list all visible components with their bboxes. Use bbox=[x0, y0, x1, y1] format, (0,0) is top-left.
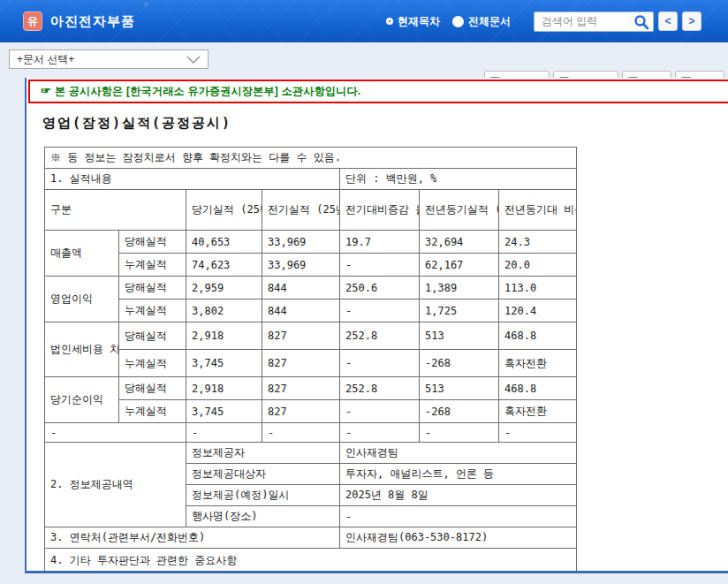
cell: 252.8 bbox=[340, 322, 420, 350]
table-row: 당기순이익 당해실적 2,918 827 252.8 513 468.8 bbox=[45, 377, 577, 400]
cell: 2,959 bbox=[186, 277, 262, 300]
contact-value: 인사재경팀(063-530-8172) bbox=[340, 527, 577, 549]
search-box bbox=[534, 11, 654, 32]
header-previous-quarter: 전기실적 (25년1분기) bbox=[262, 190, 340, 231]
row-sub-label: 누계실적 bbox=[119, 400, 186, 423]
header-yoy-quarter: 전년동기실적 (24년2분기) bbox=[420, 190, 499, 231]
contact-label: 3. 연락처(관련부서/전화번호) bbox=[45, 527, 340, 549]
cell: 33,969 bbox=[262, 254, 340, 277]
document-select-dropdown[interactable]: +문서 선택+ bbox=[9, 49, 209, 69]
document-viewer: ☞ 본 공시사항은 [한국거래소 유가증권시장본부] 소관사항입니다. 영업(잠… bbox=[25, 78, 728, 573]
unit-label-cell: 단위 : 백만원, % bbox=[340, 169, 577, 190]
cell: - bbox=[420, 423, 499, 443]
cell: 40,653 bbox=[186, 231, 262, 254]
row-sub-label: 당해실적 bbox=[119, 231, 186, 254]
table-row: - 상기 영업실적은 한국채택국제회계기준(K-IFRS)에 따라 작성된 별도… bbox=[45, 573, 577, 574]
cell: 3,802 bbox=[186, 300, 262, 322]
table-row: 4. 기타 투자판단과 관련한 중요사항 bbox=[45, 549, 577, 573]
cell: - bbox=[499, 423, 577, 443]
table-row: 누계실적 74,623 33,969 - 62,167 20.0 bbox=[45, 254, 577, 277]
cell: 3,745 bbox=[186, 400, 262, 423]
cell: 3,745 bbox=[186, 350, 262, 377]
info-key: 정보제공대상자 bbox=[186, 464, 340, 485]
next-result-button[interactable]: > bbox=[682, 11, 701, 31]
header-yoy-change: 전년동기대 비증감율(%) bbox=[499, 190, 577, 231]
cell: -268 bbox=[420, 350, 499, 377]
performance-table: ※ 동 정보는 잠정치로서 향후 확정치와는 다를 수 있음. 1. 실적내용 … bbox=[44, 147, 577, 573]
info-value: 2025년 8월 8일 bbox=[340, 485, 577, 506]
header-qoq-change: 전기대비증감 율(%) bbox=[340, 190, 420, 231]
cell: - bbox=[340, 300, 420, 322]
clipped-note-line: - 상기 영업실적은 한국채택국제회계기준(K-IFRS)에 따라 작성된 별도… bbox=[45, 573, 577, 574]
cell: 468.8 bbox=[499, 322, 577, 350]
radio-current-toc-label: 현재목차 bbox=[398, 14, 440, 29]
radio-ring-icon bbox=[386, 18, 393, 25]
chevron-down-icon bbox=[186, 56, 201, 64]
cell: 62,167 bbox=[420, 254, 499, 277]
cell: 32,694 bbox=[420, 231, 499, 254]
cell: 513 bbox=[420, 322, 499, 350]
document-select-value: +문서 선택+ bbox=[17, 52, 74, 67]
cell: 24.3 bbox=[499, 231, 577, 254]
jurisdiction-notice: ☞ 본 공시사항은 [한국거래소 유가증권시장본부] 소관사항입니다. bbox=[28, 80, 728, 103]
radio-whole-document[interactable]: 전체문서 bbox=[452, 14, 511, 29]
row-group-operating-profit: 영업이익 bbox=[45, 277, 119, 322]
row-sub-label: 당해실적 bbox=[119, 277, 186, 300]
radio-dot-icon bbox=[452, 16, 464, 27]
info-value: - bbox=[340, 506, 577, 527]
table-row: 누계실적 3,802 844 - 1,725 120.4 bbox=[45, 300, 577, 322]
info-key: 정보제공(예정)일시 bbox=[186, 485, 340, 506]
row-group-sales: 매출액 bbox=[45, 231, 119, 277]
cell: 19.7 bbox=[340, 231, 420, 254]
table-row: 2. 정보제공내역 정보제공자 인사재경팀 bbox=[45, 443, 577, 464]
cell: 흑자전환 bbox=[499, 400, 577, 423]
section1-label-cell: 1. 실적내용 bbox=[45, 169, 340, 190]
row-sub-label: 누계실적 bbox=[119, 300, 186, 322]
table-row: 영업이익 당해실적 2,959 844 250.6 1,389 113.0 bbox=[45, 277, 577, 300]
cell: - bbox=[186, 423, 262, 443]
cell: 827 bbox=[262, 350, 340, 377]
market-type-badge: 유 bbox=[23, 11, 42, 31]
cell: 250.6 bbox=[340, 277, 420, 300]
cell: 844 bbox=[262, 300, 340, 322]
table-row: 누계실적 3,745 827 - -268 흑자전환 bbox=[45, 350, 577, 377]
info-value: 인사재경팀 bbox=[340, 443, 577, 464]
table-row: - - - - - - bbox=[45, 423, 577, 443]
row-group-net-income: 당기순이익 bbox=[45, 377, 119, 423]
row-sub-label: 당해실적 bbox=[119, 377, 186, 400]
radio-whole-document-label: 전체문서 bbox=[468, 14, 511, 29]
row-group-dash: - bbox=[45, 423, 186, 443]
cell: 2,918 bbox=[186, 377, 262, 400]
row-sub-label: 누계실적 bbox=[119, 350, 186, 377]
radio-current-toc[interactable]: 현재목차 bbox=[386, 14, 440, 29]
header-search-area: 현재목차 전체문서 < > bbox=[386, 11, 701, 32]
cell: - bbox=[340, 254, 420, 277]
cell: - bbox=[340, 423, 420, 443]
other-matters-label: 4. 기타 투자판단과 관련한 중요사항 bbox=[45, 549, 577, 573]
cell: 113.0 bbox=[499, 277, 577, 300]
search-icon[interactable] bbox=[633, 14, 649, 30]
app-header: 유 아진전자부품 현재목차 전체문서 < > bbox=[0, 0, 728, 42]
cell: 2,918 bbox=[186, 322, 262, 350]
row-group-pretax-income: 법인세비용 차감전계속 사업이익 bbox=[45, 322, 119, 377]
cell: 827 bbox=[262, 400, 340, 423]
row-sub-label: 누계실적 bbox=[119, 254, 186, 277]
prev-result-button[interactable]: < bbox=[658, 11, 678, 31]
header-current-quarter: 당기실적 (25년2분기) bbox=[186, 190, 262, 231]
provisional-note-cell: ※ 동 정보는 잠정치로서 향후 확정치와는 다를 수 있음. bbox=[45, 148, 577, 169]
table-row: 누계실적 3,745 827 - -268 흑자전환 bbox=[45, 400, 577, 423]
disclosure-title: 영업(잠정)실적(공정공시) bbox=[42, 115, 231, 132]
info-key: 행사명(장소) bbox=[186, 506, 340, 527]
cell: 513 bbox=[420, 377, 499, 400]
company-name: 아진전자부품 bbox=[50, 13, 135, 30]
cell: 1,389 bbox=[420, 277, 499, 300]
cell: 827 bbox=[262, 377, 340, 400]
jurisdiction-notice-text: ☞ 본 공시사항은 [한국거래소 유가증권시장본부] 소관사항입니다. bbox=[41, 84, 361, 99]
header-gubun: 구분 bbox=[45, 190, 186, 231]
cell: 844 bbox=[262, 277, 340, 300]
table-row: 매출액 당해실적 40,653 33,969 19.7 32,694 24.3 bbox=[45, 231, 577, 254]
cell: 252.8 bbox=[340, 377, 420, 400]
cell: - bbox=[262, 423, 340, 443]
cell: 468.8 bbox=[499, 377, 577, 400]
cell: 1,725 bbox=[420, 300, 499, 322]
